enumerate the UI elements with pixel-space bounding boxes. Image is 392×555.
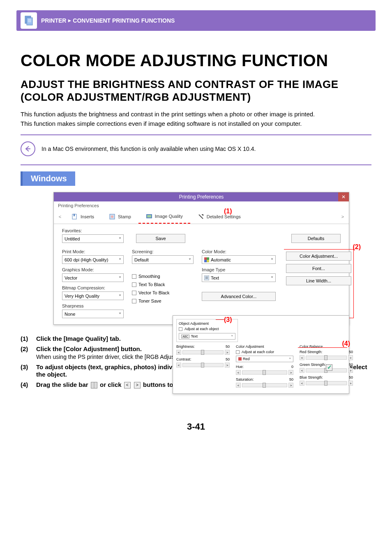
contrast-label: Contrast: [176, 357, 191, 361]
graphics-mode-label: Graphics Mode: [62, 267, 124, 272]
step-2-number: (2) [21, 345, 32, 360]
dialog-titlebar: Printing Preferences ✕ [54, 192, 349, 201]
back-arrow-icon [21, 141, 35, 156]
svg-rect-12 [207, 257, 209, 260]
color-channel-select[interactable]: Redᵛ [236, 356, 293, 362]
dialog-tabs: < Inserts Stamp Image Quality Detailed S… [54, 210, 349, 224]
saturation-label: Saturation: [236, 377, 254, 382]
green-strength-label: Green Strength: [300, 363, 326, 367]
adjust-each-object-checkbox[interactable]: Adjust at each object [179, 327, 235, 331]
os-heading: Windows [21, 171, 75, 186]
adjust-each-color-checkbox[interactable]: Adjust at each color [236, 350, 293, 354]
image-type-label: Image Type [202, 267, 276, 272]
printing-preferences-dialog: Printing Preferences ✕ Printing Preferen… [53, 192, 349, 325]
dialog-title: Printing Preferences [179, 194, 224, 200]
dialog-breadcrumb: Printing Preferences [54, 201, 349, 210]
inserts-icon [71, 213, 78, 220]
color-adjustment-label: Color Adjustment [236, 345, 293, 349]
step-1-number: (1) [21, 335, 32, 342]
color-mode-select[interactable]: Automaticᵛ [202, 255, 276, 264]
tab-inserts[interactable]: Inserts [64, 210, 101, 223]
svg-rect-13 [204, 260, 207, 262]
page-number: 3-41 [21, 421, 371, 432]
toner-save-checkbox[interactable]: Toner Save [132, 298, 194, 303]
right-button-group: Color Adjustment... Font... Line Width..… [284, 249, 354, 318]
divider [21, 134, 371, 135]
bitmap-compression-label: Bitmap Compression: [62, 285, 124, 290]
vector-to-black-checkbox[interactable]: Vector To Black [132, 290, 194, 295]
bitmap-compression-select[interactable]: Very High Qualityᵛ [62, 291, 124, 300]
slider-icon [91, 382, 97, 388]
callout-1: (1) [224, 208, 232, 215]
hue-label: Hue: [236, 365, 244, 369]
hue-slider[interactable]: <> [236, 370, 293, 375]
svg-rect-6 [74, 214, 75, 216]
favorites-select[interactable]: Untitledᵛ [62, 234, 124, 243]
blue-strength-label: Blue Strength: [300, 375, 323, 379]
red-slider[interactable]: <> [300, 355, 353, 360]
advanced-color-button[interactable]: Advanced Color... [202, 292, 276, 301]
font-button[interactable]: Font... [286, 264, 351, 273]
tab-image-quality[interactable]: Image Quality [138, 210, 190, 224]
left-arrow-icon: < [124, 382, 131, 388]
brightness-slider[interactable]: <> [176, 350, 230, 355]
step-1-text: Click the [Image Quality] tab. [36, 335, 121, 342]
callout-3: (3) [224, 316, 232, 324]
detailed-settings-icon [198, 213, 204, 220]
step-2-text: Click the [Color Adjustment] button. [36, 345, 142, 352]
step-3-number: (3) [21, 363, 32, 378]
text-to-black-checkbox[interactable]: Text To Black [132, 282, 194, 287]
callout-4: (4) [342, 340, 350, 347]
object-type-select[interactable]: ABCTextᵛ [179, 333, 235, 340]
breadcrumb-functions[interactable]: CONVENIENT PRINTING FUNCTIONS [73, 17, 175, 24]
svg-rect-11 [204, 257, 207, 260]
note-row: In a Mac OS environment, this function i… [21, 141, 371, 156]
checkbox-icon [326, 364, 332, 371]
image-type-select[interactable]: Textᵛ [202, 273, 276, 282]
printer-page-icon [21, 12, 37, 29]
close-button[interactable]: ✕ [338, 192, 349, 201]
screening-label: Screening: [132, 249, 194, 254]
image-quality-icon [146, 213, 152, 220]
page-title: COLOR MODE ADJUSTING FUNCTION [21, 51, 371, 70]
print-mode-select[interactable]: 600 dpi (High Quality)ᵛ [62, 255, 124, 264]
svg-rect-10 [147, 215, 151, 217]
graphics-mode-select[interactable]: Vectorᵛ [62, 273, 124, 282]
breadcrumb-banner: PRINTER ► CONVENIENT PRINTING FUNCTIONS [16, 10, 376, 31]
saturation-slider[interactable]: <> [236, 383, 293, 388]
stamp-icon [109, 213, 115, 220]
right-arrow-icon: > [134, 382, 141, 388]
page-subtitle: ADJUST THE BRIGHTNESS AND CONTRAST OF TH… [21, 78, 371, 104]
brightness-label: Brightness: [176, 345, 195, 349]
smoothing-checkbox[interactable]: Smoothing [132, 274, 194, 279]
svg-rect-15 [204, 275, 209, 280]
red-strength-label: Red Strength: [300, 350, 323, 354]
svg-rect-1 [27, 18, 32, 25]
breadcrumb-printer[interactable]: PRINTER [41, 17, 66, 24]
intro-text: This function adjusts the brightness and… [21, 110, 371, 128]
color-adjustment-button[interactable]: Color Adjustment... [286, 252, 351, 261]
step-4-number: (4) [21, 381, 32, 388]
tab-stamp[interactable]: Stamp [101, 210, 138, 223]
divider-2 [21, 164, 371, 165]
note-text: In a Mac OS environment, this function i… [42, 146, 256, 152]
color-adjustment-popup: Object Adjustment Adjust at each object … [173, 315, 349, 394]
svg-point-8 [111, 215, 113, 218]
tab-scroll-right[interactable]: > [339, 211, 347, 222]
callout-2: (2) [353, 243, 361, 251]
blue-slider[interactable]: <> [300, 381, 353, 386]
color-mode-label: Color Mode: [202, 249, 276, 254]
favorites-label: Favorites: [62, 228, 124, 233]
contrast-slider[interactable]: <> [176, 363, 230, 368]
breadcrumb-sep: ► [67, 18, 72, 23]
svg-rect-14 [207, 260, 209, 262]
print-mode-label: Print Mode: [62, 249, 124, 254]
sharpness-select[interactable]: Noneᵛ [62, 310, 124, 318]
defaults-button[interactable]: Defaults [291, 234, 341, 243]
tab-detailed-settings[interactable]: Detailed Settings [190, 210, 248, 223]
line-width-button[interactable]: Line Width... [286, 276, 351, 285]
screening-select[interactable]: Defaultᵛ [132, 255, 194, 264]
sharpness-label: Sharpness [62, 303, 124, 308]
tab-scroll-left[interactable]: < [56, 211, 64, 222]
save-button[interactable]: Save [136, 234, 185, 243]
